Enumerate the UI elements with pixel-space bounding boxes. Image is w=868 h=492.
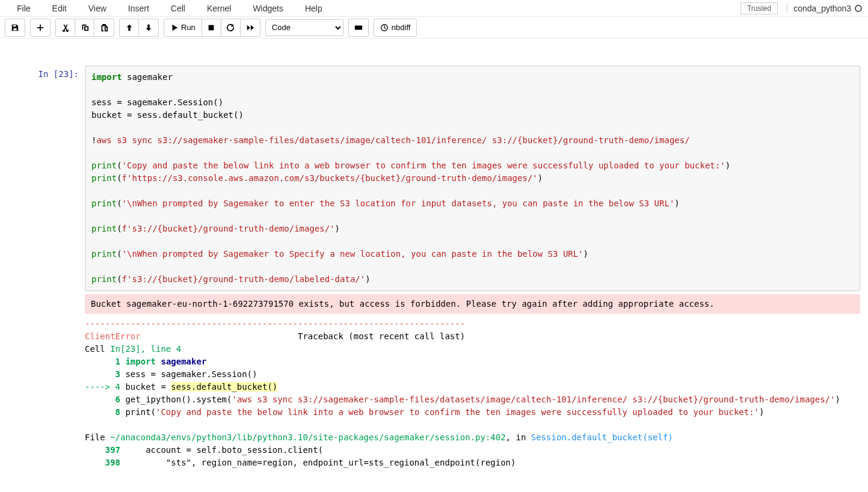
restart-run-all-button[interactable] (241, 19, 260, 36)
tb-mod: sagemaker (161, 357, 206, 366)
move-up-button[interactable] (120, 19, 139, 36)
cut-button[interactable] (56, 19, 75, 36)
paste-button[interactable] (94, 19, 114, 36)
output-cell: Bucket sagemaker-eu-north-1-692273791570… (5, 294, 863, 476)
restart-icon (226, 23, 235, 32)
code-token: import (91, 72, 122, 82)
kernel-name[interactable]: conda_python3 (787, 4, 862, 13)
nbdiff-button[interactable]: nbdiff (374, 19, 417, 36)
nbdiff-label: nbdiff (392, 23, 411, 32)
code-token: print (91, 161, 117, 170)
menu-file[interactable]: File (6, 1, 42, 16)
menu-view[interactable]: View (78, 1, 117, 16)
copy-button[interactable] (75, 19, 94, 36)
tb-cell-loc: In[23], line 4 (110, 344, 181, 354)
code-token: f's3://{bucket}/ground-truth-demo/labele… (122, 274, 366, 284)
tb-lineno: 397 (85, 445, 125, 455)
code-editor[interactable]: import sagemaker sess = sagemaker.Sessio… (85, 66, 860, 291)
output-prompt (8, 294, 85, 473)
keyboard-icon (354, 23, 363, 32)
code-cell[interactable]: In [23]: import sagemaker sess = sagemak… (5, 63, 863, 294)
menubar: File Edit View Insert Cell Kernel Widget… (0, 0, 868, 17)
menu-edit[interactable]: Edit (42, 1, 78, 16)
code-token: sagemaker (122, 72, 173, 82)
menu-widgets[interactable]: Widgets (242, 1, 294, 16)
tb-code: print( (125, 407, 156, 417)
code-token: print (91, 198, 117, 208)
toolbar: Run Code nbdiff (0, 17, 868, 38)
tb-str: 'aws s3 sync s3://sagemaker-sample-files… (232, 395, 835, 404)
tb-highlight: sess.default_bucket() (171, 382, 277, 392)
tb-code: get_ipython().system( (125, 395, 232, 404)
command-palette-button[interactable] (349, 19, 368, 36)
tb-code: account = self.boto_session.client( (125, 445, 323, 455)
move-down-button[interactable] (139, 19, 158, 36)
tb-code: ) (759, 407, 764, 417)
paste-icon (100, 23, 108, 32)
menu-help[interactable]: Help (294, 1, 333, 16)
tb-file-path: ~/anaconda3/envs/python3/lib/python3.10/… (110, 432, 505, 442)
code-token: print (91, 249, 117, 259)
arrow-up-icon (125, 23, 134, 32)
tb-kw: import (125, 357, 156, 366)
tb-func: Session.default_bucket(self) (531, 432, 673, 442)
play-icon (170, 23, 179, 32)
code-token: '\nWhen prompted by Sagemaker to enter t… (122, 198, 675, 208)
kernel-status-icon (855, 5, 862, 12)
menu-kernel[interactable]: Kernel (196, 1, 242, 16)
code-token: print (91, 274, 117, 284)
run-label: Run (181, 23, 195, 32)
code-token: print (91, 224, 117, 233)
prompt-number: [23]: (54, 69, 79, 79)
output-area: Bucket sagemaker-eu-north-1-692273791570… (85, 294, 860, 473)
code-token: aws s3 sync s3://sagemaker-sample-files/… (96, 135, 689, 145)
menubar-right: Trusted conda_python3 (740, 2, 862, 14)
tb-file-label: File (85, 432, 110, 442)
tb-lineno: 8 (85, 407, 125, 417)
cell-type-select[interactable]: Code (265, 19, 343, 36)
tb-lineno: 398 (85, 458, 125, 467)
menu-cell[interactable]: Cell (160, 1, 196, 16)
tb-lineno: 3 (85, 369, 125, 379)
tb-arrow: ----> 4 (85, 382, 125, 392)
insert-cell-button[interactable] (31, 19, 50, 36)
prompt-in-label: In (38, 69, 54, 79)
tb-head: Traceback (most recent call last) (141, 331, 465, 341)
code-token: f'https://s3.console.aws.amazon.com/s3/b… (122, 173, 538, 183)
menu-items-container: File Edit View Insert Cell Kernel Widget… (6, 1, 333, 16)
tb-code: sess = sagemaker.Session() (125, 369, 257, 379)
stop-icon (207, 23, 215, 32)
tb-error-name: ClientError (85, 331, 141, 341)
restart-button[interactable] (221, 19, 241, 36)
tb-sep: ----------------------------------------… (85, 319, 465, 328)
traceback-output: ----------------------------------------… (85, 314, 860, 473)
tb-code: ) (835, 395, 840, 404)
tb-file-in: , in (506, 432, 531, 442)
save-button[interactable] (5, 19, 25, 36)
code-line: sess = sagemaker.Session() (91, 97, 223, 107)
kernel-label: conda_python3 (793, 4, 851, 13)
stderr-output: Bucket sagemaker-eu-north-1-692273791570… (85, 294, 860, 314)
arrow-down-icon (144, 23, 153, 32)
plus-icon (36, 23, 45, 32)
tb-code: "sts", region_name=region, endpoint_url=… (125, 458, 516, 467)
code-token: print (91, 173, 117, 183)
fast-forward-icon (246, 23, 254, 32)
run-button[interactable]: Run (164, 19, 202, 36)
cut-icon (61, 23, 70, 32)
input-prompt: In [23]: (8, 66, 85, 291)
nbdiff-icon (380, 23, 389, 32)
code-token: f's3://{bucket}/ground-truth-demo/images… (122, 224, 335, 233)
tb-lineno: 1 (85, 357, 125, 366)
copy-icon (81, 23, 89, 32)
tb-cell-label: Cell (85, 344, 110, 354)
trusted-indicator[interactable]: Trusted (740, 2, 778, 14)
code-token: '\nWhen prompted by Sagemaker to Specify… (122, 249, 583, 259)
tb-code: bucket = (125, 382, 171, 392)
notebook-container: In [23]: import sagemaker sess = sagemak… (0, 57, 868, 482)
interrupt-button[interactable] (202, 19, 221, 36)
menu-insert[interactable]: Insert (117, 1, 160, 16)
code-line: bucket = sess.default_bucket() (91, 110, 244, 120)
save-icon (11, 23, 19, 32)
input-area: import sagemaker sess = sagemaker.Sessio… (85, 66, 860, 291)
